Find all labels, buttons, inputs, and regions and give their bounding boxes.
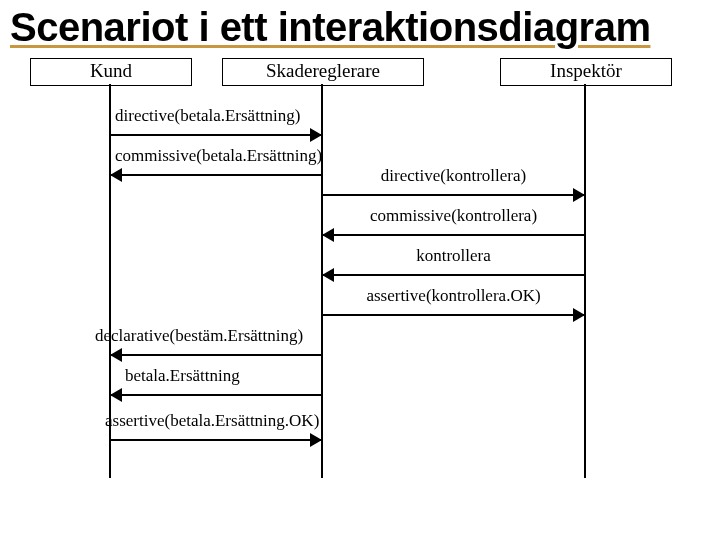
lifeline-inspektor xyxy=(584,84,586,478)
msg-commissive-betala: commissive(betala.Ersättning) xyxy=(111,168,321,192)
msg-label: directive(betala.Ersättning) xyxy=(111,106,321,126)
msg-betala: betala.Ersättning xyxy=(111,388,321,412)
msg-label: directive(kontrollera) xyxy=(323,166,584,186)
msg-label: commissive(betala.Ersättning) xyxy=(111,146,321,166)
actor-kund: Kund xyxy=(30,58,192,86)
msg-assertive-kontrollera-ok: assertive(kontrollera.OK) xyxy=(323,308,584,332)
slide-title: Scenariot i ett interaktionsdiagram xyxy=(0,0,720,48)
msg-assertive-betala-ok: assertive(betala.Ersättning.OK) xyxy=(111,433,321,457)
msg-label: kontrollera xyxy=(323,246,584,266)
sequence-diagram: Kund Skadereglerare Inspektör directive(… xyxy=(0,58,720,478)
actor-skadereglerare: Skadereglerare xyxy=(222,58,424,86)
msg-label: assertive(betala.Ersättning.OK) xyxy=(101,411,321,431)
actor-inspektor: Inspektör xyxy=(500,58,672,86)
msg-label: commissive(kontrollera) xyxy=(323,206,584,226)
msg-label: betala.Ersättning xyxy=(121,366,321,386)
msg-label: declarative(bestäm.Ersättning) xyxy=(91,326,321,346)
msg-label: assertive(kontrollera.OK) xyxy=(323,286,584,306)
